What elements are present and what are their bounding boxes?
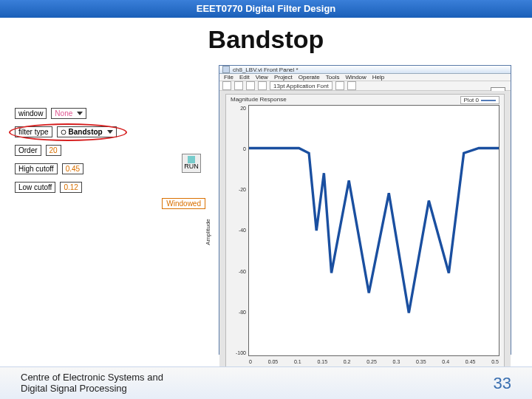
mag-plot-title: Magnitude Response bbox=[231, 96, 287, 103]
slide-title: Bandstop bbox=[0, 25, 532, 54]
vi-icon bbox=[222, 66, 230, 73]
param-low-cutoff: Low cutoff 0.12 bbox=[15, 182, 214, 193]
order-value[interactable]: 20 bbox=[46, 145, 61, 156]
course-header: EEET0770 Digital Filter Design bbox=[0, 0, 532, 18]
high-cutoff-label: High cutoff bbox=[15, 163, 58, 174]
mag-ylabel: Amplitude bbox=[205, 219, 211, 245]
mag-plot-area: 20 0 -20 -40 -60 -80 -100 0 0.05 0. bbox=[248, 105, 499, 356]
param-filter-type: filter type Bandstop bbox=[15, 126, 214, 137]
menu-edit[interactable]: Edit bbox=[239, 74, 250, 81]
menu-window[interactable]: Window bbox=[345, 74, 366, 81]
run-vi-icon[interactable]: RUN bbox=[182, 154, 201, 173]
font-selector[interactable]: 13pt Application Font bbox=[270, 81, 332, 90]
window-value[interactable]: None bbox=[51, 108, 86, 119]
page-number: 33 bbox=[494, 374, 511, 393]
run-cont-icon[interactable] bbox=[234, 81, 243, 90]
distribute-icon[interactable] bbox=[347, 81, 356, 90]
menu-view[interactable]: View bbox=[256, 74, 268, 81]
low-cutoff-label: Low cutoff bbox=[15, 182, 55, 193]
param-window: window None bbox=[15, 108, 214, 119]
front-panel-body: Magnitude Response Plot 0 Amplitude 20 0… bbox=[219, 91, 511, 399]
low-cutoff-value[interactable]: 0.12 bbox=[60, 182, 81, 193]
menu-file[interactable]: File bbox=[224, 74, 233, 81]
ring-icon bbox=[61, 129, 66, 135]
legend-line-icon bbox=[481, 98, 496, 103]
menu-project[interactable]: Project bbox=[274, 74, 293, 81]
front-panel-window: ch8_LBV.vi Front Panel * File Edit View … bbox=[219, 65, 511, 355]
mag-xticks: 0 0.05 0.1 0.15 0.2 0.25 0.3 0.35 0.4 0.… bbox=[249, 359, 499, 364]
menu-operate[interactable]: Operate bbox=[299, 74, 320, 81]
toolbar: 13pt Application Font bbox=[219, 81, 511, 91]
mag-curve-icon bbox=[249, 106, 499, 355]
run-button-icon[interactable] bbox=[222, 81, 231, 90]
mag-yticks: 20 0 -20 -40 -60 -80 -100 bbox=[228, 106, 246, 355]
window-label: window bbox=[15, 108, 47, 119]
menu-tools[interactable]: Tools bbox=[326, 74, 340, 81]
abort-icon[interactable] bbox=[246, 81, 255, 90]
footer: Centre of Electronic Systems and Digital… bbox=[0, 366, 532, 399]
window-title: ch8_LBV.vi Front Panel * bbox=[233, 66, 299, 73]
course-code: EEET0770 Digital Filter Design bbox=[197, 3, 336, 14]
footer-line2: Digital Signal Processing bbox=[21, 383, 163, 395]
align-icon[interactable] bbox=[335, 81, 344, 90]
block-diagram-panel: window None filter type Bandstop Order 2… bbox=[15, 65, 214, 355]
order-label: Order bbox=[15, 145, 41, 156]
window-titlebar[interactable]: ch8_LBV.vi Front Panel * bbox=[219, 66, 511, 74]
footer-line1: Centre of Electronic Systems and bbox=[21, 372, 163, 383]
svg-point-0 bbox=[61, 130, 66, 134]
mag-plot-legend[interactable]: Plot 0 bbox=[460, 96, 499, 104]
pause-icon[interactable] bbox=[258, 81, 267, 90]
magnitude-plot: Magnitude Response Plot 0 Amplitude 20 0… bbox=[225, 94, 505, 370]
filter-type-value[interactable]: Bandstop bbox=[57, 126, 117, 137]
menu-bar[interactable]: File Edit View Project Operate Tools Win… bbox=[219, 74, 511, 81]
footer-org: Centre of Electronic Systems and Digital… bbox=[21, 372, 163, 395]
content-area: window None filter type Bandstop Order 2… bbox=[15, 65, 511, 355]
filter-type-label: filter type bbox=[15, 126, 52, 137]
high-cutoff-value[interactable]: 0.45 bbox=[62, 163, 83, 174]
windowed-node: Windowed bbox=[162, 198, 205, 209]
menu-help[interactable]: Help bbox=[372, 74, 384, 81]
